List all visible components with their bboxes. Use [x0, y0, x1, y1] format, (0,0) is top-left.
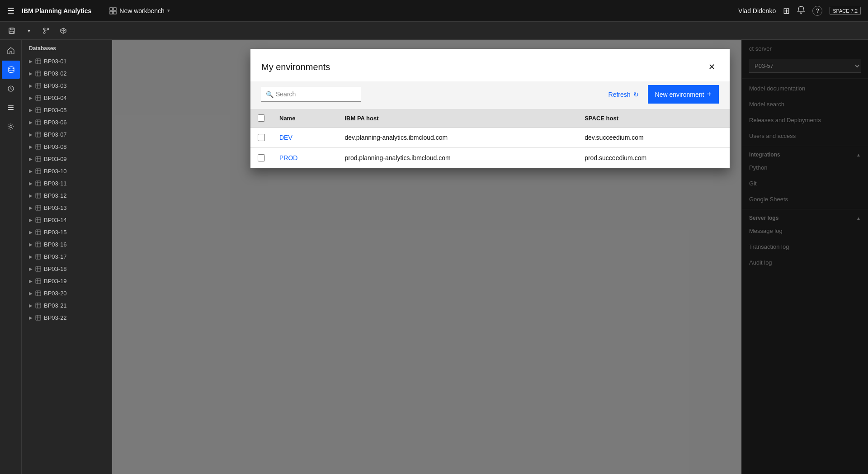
puzzle-icon[interactable]: ⊞ — [783, 6, 790, 16]
sidebar-item-bp03-10[interactable]: ▶ BP03-10 — [22, 165, 112, 177]
env-name-link[interactable]: DEV — [279, 134, 292, 141]
db-item-label: BP03-01 — [44, 58, 67, 65]
my-environments-modal: My environments ✕ 🔍 Refresh ↻ — [250, 49, 730, 168]
db-table-icon — [35, 266, 41, 272]
sidebar-item-bp03-21[interactable]: ▶ BP03-21 — [22, 299, 112, 312]
sidebar-item-bp03-12[interactable]: ▶ BP03-12 — [22, 190, 112, 202]
select-all-checkbox[interactable] — [258, 114, 265, 122]
db-table-icon — [35, 71, 41, 76]
db-table-icon — [35, 107, 41, 113]
sidebar-item-bp03-19[interactable]: ▶ BP03-19 — [22, 275, 112, 287]
modal-header: My environments ✕ — [250, 49, 730, 81]
svg-point-15 — [9, 126, 12, 128]
search-input[interactable] — [261, 87, 361, 102]
table-row: DEV dev.planning-analytics.ibmcloud.com … — [250, 128, 730, 148]
svg-rect-43 — [36, 169, 41, 174]
db-table-icon — [35, 315, 41, 321]
svg-rect-14 — [8, 109, 14, 110]
ibm-pa-host-cell: dev.planning-analytics.ibmcloud.com — [337, 128, 577, 148]
row-checkbox-cell — [250, 148, 272, 168]
top-navigation: ☰ IBM Planning Analytics New workbench ▾… — [0, 0, 868, 22]
arrow-icon: ▶ — [29, 218, 33, 223]
modal-close-button[interactable]: ✕ — [704, 60, 719, 74]
db-table-icon — [35, 58, 41, 64]
list-icon[interactable] — [2, 99, 20, 117]
menu-icon[interactable]: ☰ — [7, 6, 14, 16]
sidebar-item-bp03-07[interactable]: ▶ BP03-07 — [22, 128, 112, 141]
sidebar-item-bp03-01[interactable]: ▶ BP03-01 — [22, 55, 112, 67]
arrow-icon: ▶ — [29, 181, 33, 186]
sidebar-item-bp03-17[interactable]: ▶ BP03-17 — [22, 251, 112, 263]
svg-rect-12 — [8, 105, 14, 106]
env-name-cell: DEV — [272, 128, 337, 148]
arrow-icon: ▶ — [29, 279, 33, 284]
svg-point-9 — [43, 32, 45, 33]
db-item-label: BP03-22 — [44, 314, 67, 321]
db-item-label: BP03-08 — [44, 143, 67, 150]
modal-title: My environments — [261, 62, 330, 72]
sidebar-item-bp03-06[interactable]: ▶ BP03-06 — [22, 116, 112, 128]
arrow-icon: ▶ — [29, 242, 33, 247]
sidebar-item-bp03-04[interactable]: ▶ BP03-04 — [22, 92, 112, 104]
sidebar-item-bp03-22[interactable]: ▶ BP03-22 — [22, 312, 112, 324]
sidebar-item-bp03-18[interactable]: ▶ BP03-18 — [22, 263, 112, 275]
save-icon[interactable] — [4, 23, 20, 39]
db-item-label: BP03-11 — [44, 180, 67, 187]
env-name-link[interactable]: PROD — [279, 154, 297, 161]
db-table-icon — [35, 156, 41, 162]
arrow-icon: ▶ — [29, 291, 33, 296]
svg-rect-1 — [113, 8, 116, 10]
branch-icon[interactable] — [38, 23, 54, 39]
svg-rect-16 — [36, 59, 41, 64]
sidebar-item-bp03-13[interactable]: ▶ BP03-13 — [22, 202, 112, 214]
new-environment-button[interactable]: New environment + — [648, 85, 719, 104]
row-select-checkbox[interactable] — [258, 134, 265, 141]
db-table-icon — [35, 278, 41, 284]
database-icon[interactable] — [2, 61, 20, 79]
workbench-selector[interactable]: New workbench ▾ — [106, 5, 174, 16]
sidebar-item-bp03-16[interactable]: ▶ BP03-16 — [22, 238, 112, 251]
svg-rect-25 — [36, 95, 41, 100]
help-icon[interactable]: ? — [812, 6, 822, 16]
db-table-icon — [35, 303, 41, 308]
arrow-icon: ▶ — [29, 266, 33, 271]
sidebar-item-bp03-09[interactable]: ▶ BP03-09 — [22, 153, 112, 165]
sidebar-item-bp03-14[interactable]: ▶ BP03-14 — [22, 214, 112, 226]
cube-icon[interactable] — [55, 23, 71, 39]
workbench-label: New workbench — [119, 7, 165, 14]
db-table-icon — [35, 180, 41, 186]
sidebar-item-bp03-20[interactable]: ▶ BP03-20 — [22, 287, 112, 299]
db-table-icon — [35, 229, 41, 235]
history-icon[interactable] — [2, 80, 20, 98]
sidebar-item-bp03-02[interactable]: ▶ BP03-02 — [22, 67, 112, 80]
ibm-pa-host-cell: prod.planning-analytics.ibmcloud.com — [337, 148, 577, 168]
notification-icon[interactable] — [797, 5, 805, 16]
sidebar-item-bp03-05[interactable]: ▶ BP03-05 — [22, 104, 112, 116]
sidebar-item-bp03-08[interactable]: ▶ BP03-08 — [22, 141, 112, 153]
home-icon[interactable] — [2, 42, 20, 60]
sidebar-item-bp03-15[interactable]: ▶ BP03-15 — [22, 226, 112, 238]
svg-rect-49 — [36, 193, 41, 198]
db-item-label: BP03-21 — [44, 302, 67, 309]
arrow-icon: ▶ — [29, 254, 33, 259]
row-select-checkbox[interactable] — [258, 154, 265, 161]
svg-rect-28 — [36, 108, 41, 113]
search-wrapper: 🔍 — [261, 87, 361, 102]
left-icon-strip — [0, 40, 22, 474]
db-item-label: BP03-07 — [44, 131, 67, 138]
settings-icon[interactable] — [2, 118, 20, 136]
arrow-icon: ▶ — [29, 83, 33, 88]
arrow-icon: ▶ — [29, 71, 33, 76]
dropdown-icon[interactable]: ▾ — [21, 23, 37, 39]
db-item-label: BP03-13 — [44, 204, 67, 211]
arrow-icon: ▶ — [29, 205, 33, 210]
space-host-header: SPACE host — [577, 109, 730, 128]
table-header-row: Name IBM PA host SPACE host — [250, 109, 730, 128]
sidebar-item-bp03-11[interactable]: ▶ BP03-11 — [22, 177, 112, 190]
arrow-icon: ▶ — [29, 230, 33, 235]
arrow-icon: ▶ — [29, 95, 33, 100]
sidebar-item-bp03-03[interactable]: ▶ BP03-03 — [22, 80, 112, 92]
db-table-icon — [35, 144, 41, 150]
arrow-icon: ▶ — [29, 193, 33, 198]
refresh-button[interactable]: Refresh ↻ — [603, 87, 644, 102]
